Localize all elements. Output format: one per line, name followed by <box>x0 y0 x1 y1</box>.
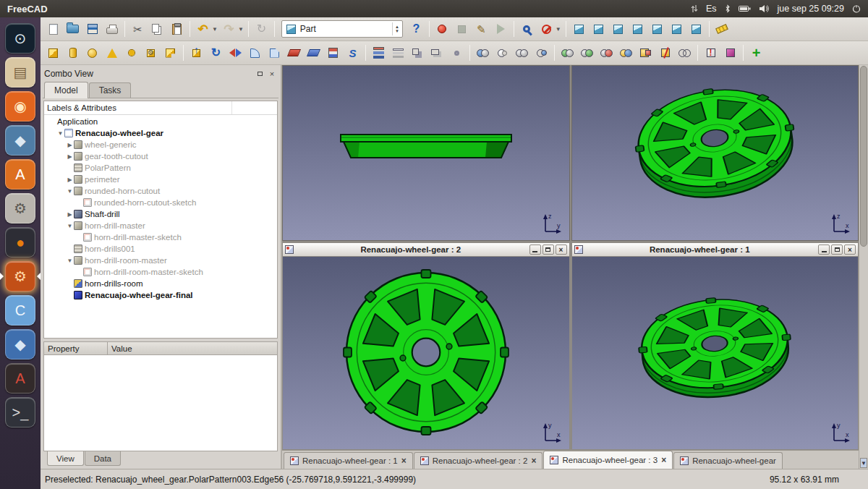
restore-button[interactable] <box>831 244 843 255</box>
tree-item[interactable]: ▶gear-tooth-cutout <box>44 150 277 162</box>
section-button[interactable] <box>370 44 388 62</box>
redo-button[interactable]: ↷ <box>220 20 238 38</box>
mdi-tab[interactable]: Renacuajo-wheel-gear <box>673 452 783 469</box>
launcher-item-system-settings[interactable]: ⚙ <box>5 193 35 224</box>
copy-button[interactable] <box>148 20 166 38</box>
sweep-button[interactable]: S <box>344 44 362 62</box>
dropdown-arrow-icon[interactable]: ▼ <box>238 26 244 33</box>
make-face-button[interactable] <box>285 44 303 62</box>
thickness-button[interactable] <box>448 44 466 62</box>
tree-item[interactable]: horn-drill-master-sketch <box>44 231 277 243</box>
property-table-body[interactable] <box>43 355 278 451</box>
tree-item[interactable]: ▶Shaft-drill <box>44 208 277 220</box>
tree-item[interactable]: ▼Renacuajo-wheel-gear <box>44 127 277 139</box>
tab-close-icon[interactable]: × <box>661 455 666 465</box>
measure-linear-button[interactable] <box>713 20 731 38</box>
tab-close-icon[interactable]: × <box>401 456 407 466</box>
viewport-top-right[interactable]: zx <box>571 65 859 241</box>
expander-icon[interactable]: ▼ <box>66 223 74 229</box>
clock[interactable]: jue sep 25 09:29 <box>778 4 844 14</box>
refresh-button[interactable]: ↻ <box>252 20 271 38</box>
view-front-button[interactable] <box>590 20 608 38</box>
expander-icon[interactable]: ▶ <box>66 211 74 218</box>
slice-apart-button[interactable] <box>637 44 655 62</box>
cone-button[interactable] <box>103 44 121 62</box>
close-button[interactable]: × <box>556 244 567 255</box>
tree-item[interactable]: ▼rounded-horn-cutout <box>44 185 277 197</box>
keyboard-indicator[interactable]: Es <box>706 4 717 14</box>
defeaturing-button[interactable] <box>721 44 739 62</box>
print-button[interactable] <box>103 20 121 38</box>
cross-sections-button[interactable] <box>389 44 407 62</box>
mdi-tab[interactable]: Renacuajo-wheel-gear : 1× <box>284 452 413 469</box>
fillet-button[interactable] <box>246 44 264 62</box>
paste-button[interactable] <box>168 20 186 38</box>
tree-item[interactable]: ▼horn-drill-room-master <box>44 255 277 266</box>
expander-icon[interactable]: ▶ <box>66 153 74 160</box>
launcher-item-ubuntu-software[interactable]: A <box>5 159 35 190</box>
tree-item[interactable]: ▶perimeter <box>44 174 277 185</box>
battery-icon[interactable] <box>739 5 751 12</box>
macro-play-button[interactable] <box>492 20 510 38</box>
expander-icon[interactable]: ▼ <box>66 258 74 264</box>
save-document-button[interactable] <box>83 20 101 38</box>
expander-icon[interactable]: ▶ <box>66 142 74 148</box>
launcher-item-archive-app[interactable]: A <box>5 363 35 394</box>
expander-icon[interactable]: ▶ <box>66 177 74 183</box>
power-icon[interactable] <box>852 4 861 13</box>
launcher-item-blender[interactable]: ● <box>5 227 35 258</box>
boolean-button[interactable] <box>474 44 492 62</box>
tab-model[interactable]: Model <box>44 82 88 98</box>
cut-button[interactable]: ✂ <box>129 20 147 38</box>
launcher-item-files[interactable]: ▤ <box>5 57 35 88</box>
add-item-button[interactable]: + <box>747 44 765 62</box>
mdi-tab[interactable]: Renacuajo-wheel-gear : 3× <box>543 451 673 469</box>
shape-builder-button[interactable] <box>161 44 179 62</box>
scroll-down-icon[interactable]: ▼ <box>860 458 867 468</box>
dropdown-arrow-icon[interactable]: ▼ <box>212 26 218 33</box>
panel-float-button[interactable] <box>255 69 265 79</box>
dropdown-arrow-icon[interactable]: ▼ <box>556 26 561 33</box>
macro-record-button[interactable] <box>433 20 451 38</box>
tree-item[interactable]: horn-drill-room-master-sketch <box>44 266 277 278</box>
box-button[interactable] <box>44 44 62 62</box>
minimize-button[interactable] <box>529 244 541 255</box>
join-cutout-button[interactable] <box>597 44 616 62</box>
macro-stop-button[interactable] <box>453 20 471 38</box>
offset-2d-button[interactable] <box>428 44 446 62</box>
launcher-item-freecad-launcher[interactable]: ⊙ <box>5 23 35 54</box>
macro-edit-button[interactable]: ✎ <box>472 20 490 38</box>
viewport-titlebar[interactable]: Renacuajo-wheel-gear : 1 × <box>572 243 859 256</box>
restore-button[interactable] <box>542 244 554 255</box>
chamfer-button[interactable] <box>265 44 284 62</box>
viewport-bottom-left[interactable]: yx <box>283 256 569 449</box>
check-geometry-button[interactable]: ! <box>702 44 720 62</box>
union-button[interactable] <box>513 44 531 62</box>
undo-button[interactable]: ↶ <box>194 20 212 38</box>
ruled-surface-button[interactable] <box>305 44 323 62</box>
loft-button[interactable] <box>324 44 342 62</box>
cut-boolean-button[interactable] <box>493 44 511 62</box>
tab-data[interactable]: Data <box>85 451 121 466</box>
draw-style-button[interactable] <box>537 20 556 38</box>
revolve-button[interactable]: ↻ <box>207 44 225 62</box>
minimize-button[interactable] <box>818 244 830 255</box>
view-bottom-button[interactable] <box>668 20 686 38</box>
close-button[interactable]: × <box>844 244 856 255</box>
expander-icon[interactable]: ▼ <box>56 130 64 137</box>
viewport-titlebar[interactable]: Renacuajo-wheel-gear : 2 × <box>283 243 569 256</box>
view-right-button[interactable] <box>629 20 647 38</box>
slice-button[interactable] <box>656 44 674 62</box>
tree-item[interactable]: horn-drills-room <box>44 278 277 289</box>
panel-close-button[interactable]: × <box>267 69 277 79</box>
tab-tasks[interactable]: Tasks <box>89 82 132 98</box>
open-document-button[interactable] <box>64 20 82 38</box>
viewport-bottom-right[interactable]: yx <box>572 256 859 449</box>
launcher-item-remote-app[interactable]: ◆ <box>5 329 35 360</box>
tab-close-icon[interactable]: × <box>531 456 536 466</box>
volume-icon[interactable] <box>759 4 770 13</box>
tree-item[interactable]: ▶wheel-generic <box>44 139 277 150</box>
tree-item[interactable]: horn-drills001 <box>44 243 277 255</box>
view-top-button[interactable] <box>609 20 627 38</box>
tree-item[interactable]: rounded-horn-cutout-sketch <box>44 197 277 208</box>
